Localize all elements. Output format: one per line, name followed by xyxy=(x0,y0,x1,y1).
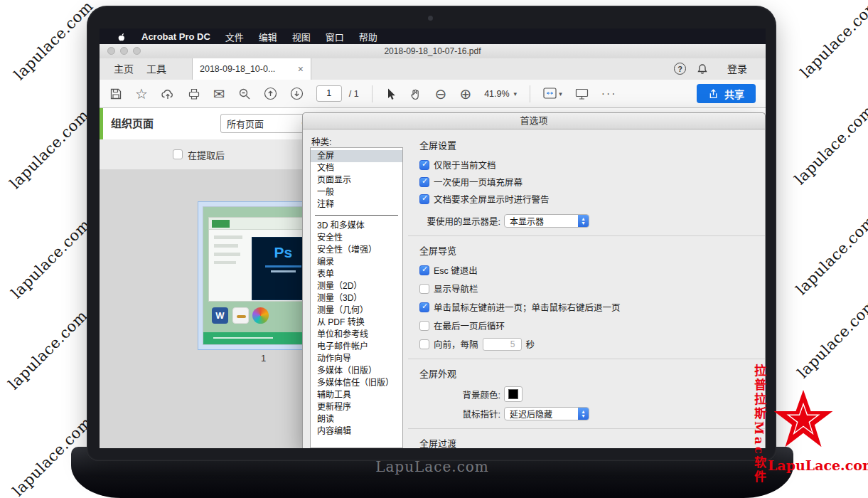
select-tool-icon[interactable] xyxy=(385,88,397,100)
save-icon[interactable] xyxy=(109,88,122,100)
checkbox-label: 仅限于当前文档 xyxy=(434,158,496,171)
category-item[interactable]: 单位和参考线 xyxy=(311,329,402,341)
tab-tools[interactable]: 工具 xyxy=(146,58,166,80)
category-item[interactable]: 多媒体信任（旧版） xyxy=(311,377,402,389)
checkbox-label: 向前，每隔 xyxy=(434,337,478,351)
category-item[interactable]: 测量（2D） xyxy=(311,280,402,292)
checkbox-fill-screen[interactable] xyxy=(419,177,429,187)
checkbox-label: 在最后一页后循环 xyxy=(434,319,505,332)
more-tools-icon[interactable]: ··· xyxy=(601,88,617,100)
minimize-window-button[interactable] xyxy=(120,47,128,55)
page-range-dropdown[interactable]: 所有页面 ▾ xyxy=(220,114,311,133)
watermark: lapulace.com xyxy=(5,307,91,393)
presentation-icon[interactable] xyxy=(575,88,589,100)
zoom-level-dropdown[interactable]: 41.9% ▾ xyxy=(484,89,517,99)
email-icon[interactable]: ✉ xyxy=(213,87,225,101)
checkbox-show-navbar[interactable] xyxy=(419,284,429,294)
category-item[interactable]: 从 PDF 转换 xyxy=(311,317,402,329)
checkbox-esc-exit[interactable] xyxy=(419,265,429,275)
fit-width-dropdown[interactable]: ▾ xyxy=(543,88,562,100)
tab-home[interactable]: 主页 xyxy=(114,58,134,80)
tab-document-title: 2018-09-18_10-0... xyxy=(200,64,275,74)
watermark: lapulace.com xyxy=(793,213,868,299)
tab-document[interactable]: 2018-09-18_10-0... × xyxy=(192,58,311,80)
menu-app-name[interactable]: Acrobat Pro DC xyxy=(141,31,210,42)
close-window-button[interactable] xyxy=(107,47,115,55)
organize-green-accent xyxy=(100,108,103,139)
category-item[interactable]: 页面显示 xyxy=(311,174,402,186)
monitor-select[interactable]: 本显示器 xyxy=(504,214,589,228)
category-item[interactable]: 文档 xyxy=(311,162,402,174)
logo-vertical-text: 拉普拉斯Mac软件 xyxy=(751,364,768,484)
previous-page-icon[interactable] xyxy=(264,87,277,100)
category-item-fullscreen[interactable]: 全屏 xyxy=(311,150,402,162)
watermark: lapulace.com xyxy=(794,296,868,382)
traffic-lights xyxy=(107,47,141,55)
help-icon[interactable]: ? xyxy=(674,63,686,75)
watermark: lapulace.com xyxy=(8,216,94,302)
zoom-out-icon[interactable]: ⊖ xyxy=(435,87,447,101)
cloud-upload-icon[interactable] xyxy=(161,88,175,100)
apple-icon[interactable] xyxy=(117,31,127,42)
checkbox-label: 文档要求全屏显示时进行警告 xyxy=(434,192,550,206)
category-item[interactable]: 安全性（增强） xyxy=(311,244,402,256)
category-item[interactable]: 内容编辑 xyxy=(311,425,402,438)
extract-checkbox[interactable] xyxy=(173,149,183,159)
interval-input[interactable]: 5 xyxy=(483,338,522,351)
next-page-icon[interactable] xyxy=(290,87,304,100)
print-icon[interactable] xyxy=(188,88,200,100)
category-item[interactable]: 测量（几何） xyxy=(311,304,402,317)
category-item[interactable]: 安全性 xyxy=(311,232,402,244)
zoom-in-icon[interactable]: ⊕ xyxy=(459,87,471,101)
checkbox-auto-advance[interactable] xyxy=(419,339,429,349)
checkbox-loop-after-last[interactable] xyxy=(419,321,429,331)
checkbox-current-doc[interactable] xyxy=(419,160,429,170)
mouse-cursor-select[interactable]: 延迟后隐藏 xyxy=(504,407,589,420)
page-range-value: 所有页面 xyxy=(227,117,264,130)
star-icon[interactable]: ☆ xyxy=(135,87,148,101)
sign-in-link[interactable]: 登录 xyxy=(727,58,747,80)
checkbox-click-advance[interactable] xyxy=(419,302,429,312)
tab-bar: 主页 工具 2018-09-18_10-0... × ? 登录 xyxy=(100,58,766,80)
category-item[interactable]: 辅助工具 xyxy=(311,389,402,401)
menu-item-file[interactable]: 文件 xyxy=(225,30,244,43)
category-item[interactable]: 3D 和多媒体 xyxy=(311,220,402,232)
category-item[interactable]: 多媒体（旧版） xyxy=(311,365,402,377)
zoom-window-button[interactable] xyxy=(133,47,141,55)
category-item[interactable]: 注释 xyxy=(311,198,402,211)
category-item[interactable]: 电子邮件帐户 xyxy=(311,341,402,353)
close-icon[interactable]: × xyxy=(298,63,304,75)
toolbar: ☆ ✉ 1 / 1 xyxy=(100,80,766,108)
section-heading-setup: 全屏设置 xyxy=(419,138,754,152)
category-item[interactable]: 表单 xyxy=(311,268,402,280)
thumb-key-icon xyxy=(232,307,249,324)
hand-tool-icon[interactable] xyxy=(409,88,422,100)
organize-pages-title: 组织页面 xyxy=(111,108,154,139)
category-item[interactable]: 更新程序 xyxy=(311,401,402,413)
menu-item-window[interactable]: 窗口 xyxy=(326,30,344,43)
checkbox-label: Esc 键退出 xyxy=(434,263,478,277)
marquee-zoom-icon[interactable] xyxy=(238,88,251,100)
share-button[interactable]: 共享 xyxy=(697,84,756,103)
background-color-swatch[interactable] xyxy=(504,386,523,402)
mouse-cursor-label: 鼠标指针: xyxy=(419,407,500,420)
category-item[interactable]: 编录 xyxy=(311,256,402,268)
menu-item-help[interactable]: 帮助 xyxy=(359,30,377,43)
page-total-label: / 1 xyxy=(349,89,359,99)
preferences-panel: 全屏设置 仅限于当前文档 一次使用一页填充屏幕 文档要求全屏显示时进行警告 要使… xyxy=(408,129,765,448)
category-item[interactable]: 一般 xyxy=(311,186,402,198)
menu-item-edit[interactable]: 编辑 xyxy=(259,30,277,43)
category-item[interactable]: 测量（3D） xyxy=(311,292,402,304)
menu-item-view[interactable]: 视图 xyxy=(292,30,311,43)
background-color-label: 背景颜色: xyxy=(419,388,500,401)
checkbox-warn-fullscreen[interactable] xyxy=(419,194,429,204)
checkbox-label: 单击鼠标左键前进一页；单击鼠标右键后退一页 xyxy=(434,300,621,314)
thumb-color-wheel-icon xyxy=(252,307,269,324)
notifications-bell-icon[interactable] xyxy=(696,63,709,78)
category-item[interactable]: 朗读 xyxy=(311,413,402,425)
category-item[interactable]: 动作向导 xyxy=(311,353,402,365)
page-number-input[interactable]: 1 xyxy=(316,85,342,102)
dialog-title[interactable]: 首选项 xyxy=(303,113,765,129)
categories-label: 种类: xyxy=(311,134,331,148)
checkbox-label: 一次使用一页填充屏幕 xyxy=(434,175,523,189)
